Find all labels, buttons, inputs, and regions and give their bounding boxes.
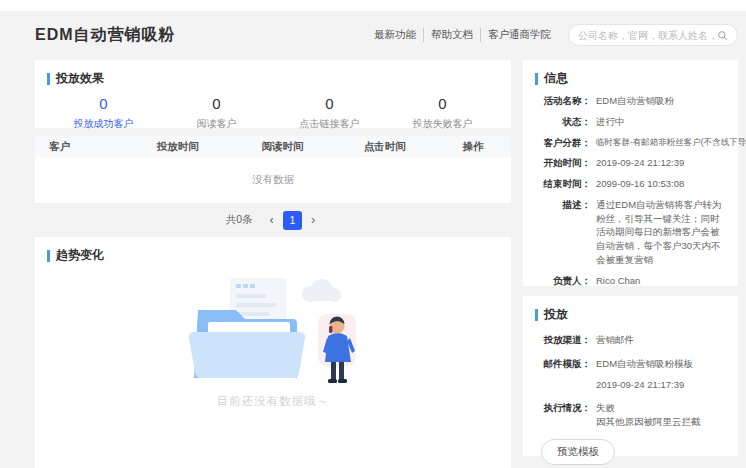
effect-section-title: 投放效果 — [56, 70, 104, 87]
global-search[interactable] — [568, 24, 738, 46]
stat-value: 0 — [160, 95, 273, 112]
field-execution-status: 执行情况： 失败 因其他原因被阿里云拦截 — [535, 401, 726, 429]
field-owner: 负责人： Rico Chan — [535, 274, 726, 288]
info-section-title: 信息 — [544, 70, 568, 87]
field-label: 投放渠道： — [535, 333, 591, 347]
page-number-button[interactable]: 1 — [283, 211, 302, 230]
effect-stats: 0 投放成功客户 0 阅读客户 0 点击链接客户 0 投放失败客户 — [47, 95, 499, 131]
trend-empty-text: 目前还没有数据哦～ — [217, 394, 330, 409]
table-header-row: 客户 投放时间 阅读时间 点击时间 操作 — [35, 136, 511, 157]
stat-value: 0 — [47, 95, 160, 112]
field-template-time: 2019-09-24 21:17:39 — [535, 378, 726, 392]
field-label: 状态： — [535, 115, 591, 129]
pagination-total: 共0条 — [226, 213, 253, 227]
stat-delivered-success[interactable]: 0 投放成功客户 — [47, 95, 160, 131]
header-right: 最新功能 帮助文档 客户通商学院 — [367, 24, 738, 46]
status-reason-text: 因其他原因被阿里云拦截 — [596, 415, 701, 429]
nav-link-new-features[interactable]: 最新功能 — [367, 28, 424, 42]
field-label: 执行情况： — [535, 401, 591, 429]
info-section-header: 信息 — [535, 70, 726, 87]
header-nav: 最新功能 帮助文档 客户通商学院 — [367, 28, 558, 42]
search-input[interactable] — [578, 30, 717, 41]
field-activity-name: 活动名称： EDM自动营销吸粉 — [535, 94, 726, 108]
section-bar-icon — [535, 309, 538, 321]
col-delivery-time: 投放时间 — [125, 140, 230, 154]
trend-section-title: 趋势变化 — [56, 247, 104, 264]
field-label: 客户分群： — [535, 136, 591, 150]
field-mail-template: 邮件模版： EDM自动营销吸粉模板 — [535, 357, 726, 371]
field-value: Rico Chan — [596, 274, 640, 288]
field-value: EDM自动营销吸粉 — [596, 94, 674, 108]
field-label: 结束时间： — [535, 177, 591, 191]
field-end-time: 结束时间： 2099-09-16 10:53:08 — [535, 177, 726, 191]
field-label: 开始时间： — [535, 156, 591, 170]
section-bar-icon — [535, 73, 538, 85]
pagination: 共0条 ‹ 1 › — [35, 209, 511, 231]
field-label: 描述： — [535, 198, 591, 267]
nav-link-academy[interactable]: 客户通商学院 — [481, 28, 558, 42]
col-click-time: 点击时间 — [335, 140, 435, 154]
field-label: 活动名称： — [535, 94, 591, 108]
field-value: 2099-09-16 10:53:08 — [596, 177, 684, 191]
field-label: 负责人： — [535, 274, 591, 288]
stat-read-customers[interactable]: 0 阅读客户 — [160, 95, 273, 131]
field-delivery-channel: 投放渠道： 营销邮件 — [535, 333, 726, 347]
nav-link-help-docs[interactable]: 帮助文档 — [424, 28, 481, 42]
trend-section-header: 趋势变化 — [47, 247, 499, 264]
section-bar-icon — [47, 250, 50, 262]
field-customer-segment: 客户分群： 临时客群-有邮箱非粉丝客户(不含线下导入客户)(0人) — [535, 136, 726, 150]
next-page-icon[interactable]: › — [306, 211, 320, 229]
status-failed-text: 失败 — [596, 401, 701, 415]
stat-label: 点击链接客户 — [273, 117, 386, 131]
stat-delivered-failed[interactable]: 0 投放失败客户 — [386, 95, 499, 131]
col-customer: 客户 — [35, 140, 125, 154]
field-value: EDM自动营销吸粉模板 — [596, 357, 693, 371]
field-start-time: 开始时间： 2019-09-24 21:12:39 — [535, 156, 726, 170]
search-icon[interactable] — [717, 30, 728, 41]
field-value: 通过EDM自动营销将客户转为粉丝，引导其一键关注；同时活动期间每日的新增客户会被… — [596, 198, 726, 267]
stat-label: 投放失败客户 — [386, 117, 499, 131]
field-label: 邮件模版： — [535, 357, 591, 371]
trend-card: 趋势变化 — [35, 237, 511, 468]
page-title: EDM自动营销吸粉 — [35, 25, 176, 46]
field-label — [535, 378, 591, 392]
col-read-time: 阅读时间 — [230, 140, 335, 154]
stat-label: 投放成功客户 — [47, 117, 160, 131]
stat-clicked-link[interactable]: 0 点击链接客户 — [273, 95, 386, 131]
customers-table: 客户 投放时间 阅读时间 点击时间 操作 没有数据 — [35, 136, 511, 203]
info-card: 信息 活动名称： EDM自动营销吸粉 状态： 进行中 客户分群： 临时客群-有邮… — [523, 60, 738, 286]
effect-section-header: 投放效果 — [47, 70, 499, 87]
col-actions: 操作 — [435, 140, 511, 154]
stat-value: 0 — [386, 95, 499, 112]
stat-value: 0 — [273, 95, 386, 112]
delivery-section-header: 投放 — [535, 306, 726, 323]
field-value: 营销邮件 — [596, 333, 634, 347]
field-value: 2019-09-24 21:12:39 — [596, 156, 684, 170]
top-white-strip — [0, 0, 746, 11]
field-description: 描述： 通过EDM自动营销将客户转为粉丝，引导其一键关注；同时活动期间每日的新增… — [535, 198, 726, 267]
field-value: 2019-09-24 21:17:39 — [596, 378, 684, 392]
stat-label: 阅读客户 — [160, 117, 273, 131]
empty-folder-person-illustration — [168, 276, 378, 388]
field-value: 进行中 — [596, 115, 625, 129]
table-empty-text: 没有数据 — [35, 157, 511, 203]
field-status: 状态： 进行中 — [535, 115, 726, 129]
preview-template-button[interactable]: 预览模板 — [541, 439, 615, 465]
field-value: 临时客群-有邮箱非粉丝客户(不含线下导入客户)(0人) — [596, 136, 746, 150]
effect-card: 投放效果 0 投放成功客户 0 阅读客户 0 点击链接客户 0 投放失败客户 — [35, 60, 511, 128]
section-bar-icon — [47, 73, 50, 85]
delivery-card: 投放 投放渠道： 营销邮件 邮件模版： EDM自动营销吸粉模板 2019-09-… — [523, 296, 738, 456]
delivery-section-title: 投放 — [544, 306, 568, 323]
prev-page-icon[interactable]: ‹ — [265, 211, 279, 229]
